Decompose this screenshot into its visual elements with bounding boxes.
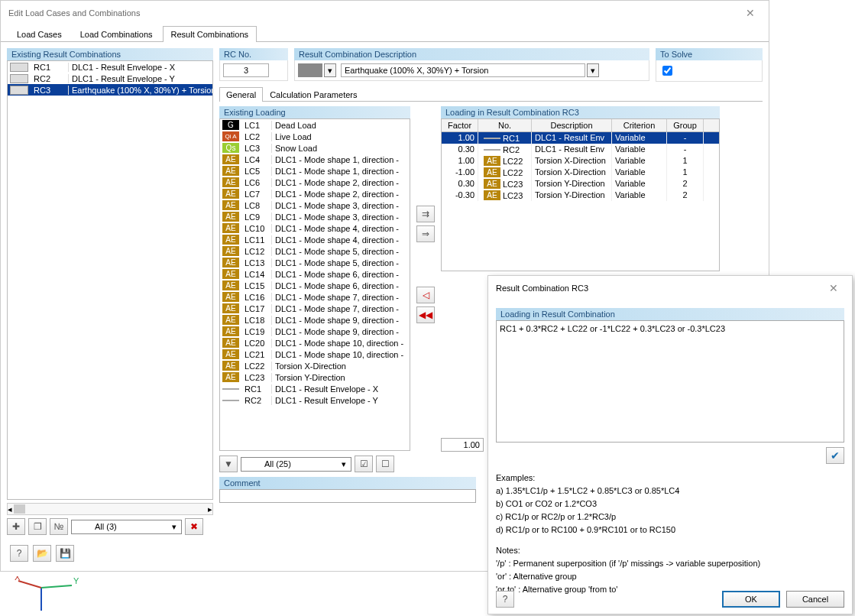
- copy-icon[interactable]: ❐: [28, 518, 47, 535]
- add-multi-icon[interactable]: ⇉: [416, 206, 435, 222]
- col-group: Group: [667, 119, 704, 131]
- loading-item[interactable]: AELC20DLC1 - Mode shape 10, direction -: [220, 337, 410, 349]
- rc-row[interactable]: -0.30AELC23Torsion Y-DirectionVariable2: [442, 190, 719, 201]
- example-b: b) CO1 or CO2 or 1.2*CO3: [496, 498, 844, 511]
- filter-icon[interactable]: ▼: [219, 456, 238, 472]
- top-tabs: Load Cases Load Combinations Result Comb…: [1, 25, 769, 42]
- popup-loading-head: Loading in Result Combination: [496, 308, 844, 320]
- add-icon[interactable]: ⇒: [416, 225, 435, 242]
- rc-row[interactable]: 0.30RC2DLC1 - Result EnvVariable-: [442, 144, 719, 155]
- solve-checkbox[interactable]: [662, 66, 672, 76]
- rc-row[interactable]: 1.00AELC22Torsion X-DirectionVariable1: [442, 155, 719, 167]
- col-desc: Description: [532, 119, 612, 131]
- loading-item[interactable]: RC2DLC1 - Result Envelope - Y: [220, 394, 410, 406]
- svg-text:Y: Y: [73, 576, 79, 585]
- tab-calc-params[interactable]: Calculation Parameters: [263, 87, 364, 102]
- tab-general[interactable]: General: [219, 87, 263, 102]
- remove-icon[interactable]: ◁: [416, 287, 435, 303]
- loading-item[interactable]: GLC1Dead Load: [220, 119, 410, 131]
- loading-item[interactable]: AELC19DLC1 - Mode shape 9, direction -: [220, 326, 410, 337]
- loading-item[interactable]: AELC7DLC1 - Mode shape 2, direction -: [220, 188, 410, 199]
- popup-title: Result Combination RC3: [496, 284, 588, 293]
- notes-label: Notes:: [496, 544, 844, 557]
- rc-loading-head: Loading in Result Combination RC3: [441, 106, 720, 118]
- ok-button[interactable]: OK: [722, 591, 780, 608]
- desc-label: Result Combination Description: [294, 48, 649, 60]
- loading-item[interactable]: AELC22Torsion X-Direction: [220, 360, 410, 371]
- loading-item[interactable]: AELC5DLC1 - Mode shape 1, direction -: [220, 165, 410, 177]
- rc-item-2[interactable]: RC2DLC1 - Result Envelope - Y: [8, 73, 212, 84]
- svg-line-1: [18, 581, 41, 588]
- loading-item[interactable]: AELC6DLC1 - Mode shape 2, direction -: [220, 177, 410, 188]
- renumber-icon[interactable]: №: [50, 518, 68, 535]
- loading-item[interactable]: AELC15DLC1 - Mode shape 6, direction -: [220, 280, 410, 291]
- save-icon[interactable]: 💾: [56, 545, 74, 562]
- col-no: No.: [478, 119, 532, 131]
- loading-item[interactable]: AELC10DLC1 - Mode shape 4, direction -: [220, 222, 410, 234]
- loading-item[interactable]: AELC11DLC1 - Mode shape 4, direction -: [220, 234, 410, 245]
- rc-loading-table[interactable]: Factor No. Description Criterion Group 1…: [441, 118, 720, 271]
- desc-dropdown-icon[interactable]: ▾: [587, 63, 599, 77]
- loading-item[interactable]: AELC23Torsion Y-Direction: [220, 371, 410, 383]
- existing-rc-head: Existing Result Combinations: [7, 48, 213, 60]
- rc-row[interactable]: -1.00AELC22Torsion X-DirectionVariable1: [442, 167, 719, 178]
- example-c: c) RC1/p or RC2/p or 1.2*RC3/p: [496, 511, 844, 524]
- rc-item-1[interactable]: RC1DLC1 - Result Envelope - X: [8, 61, 212, 73]
- color-dropdown-icon[interactable]: ▾: [324, 63, 336, 77]
- existing-loading-list[interactable]: GLC1Dead LoadQi ALC2Live LoadQsLC3Snow L…: [219, 118, 410, 451]
- loading-item[interactable]: AELC18DLC1 - Mode shape 9, direction -: [220, 314, 410, 326]
- loading-item[interactable]: AELC16DLC1 - Mode shape 7, direction -: [220, 291, 410, 303]
- loading-item[interactable]: AELC21DLC1 - Mode shape 10, direction -: [220, 349, 410, 360]
- example-a: a) 1.35*LC1/p + 1.5*LC2 + 0.85*LC3 or 0.…: [496, 485, 844, 498]
- loading-item[interactable]: AELC4DLC1 - Mode shape 1, direction -: [220, 154, 410, 165]
- loading-item[interactable]: Qi ALC2Live Load: [220, 131, 410, 142]
- comment-input[interactable]: [219, 489, 476, 503]
- loading-item[interactable]: RC1DLC1 - Result Envelope - X: [220, 383, 410, 394]
- loading-item[interactable]: AELC9DLC1 - Mode shape 3, direction -: [220, 211, 410, 222]
- note-2: 'or' : Alternative group: [496, 570, 844, 583]
- color-swatch[interactable]: [298, 63, 322, 77]
- rc-row[interactable]: 1.00RC1DLC1 - Result EnvVariable-: [442, 132, 719, 144]
- loading-item[interactable]: QsLC3Snow Load: [220, 142, 410, 154]
- delete-icon[interactable]: ✖: [185, 518, 203, 535]
- h-scrollbar[interactable]: ◂▸: [7, 503, 213, 515]
- col-factor: Factor: [442, 119, 478, 131]
- rcno-input[interactable]: [223, 63, 269, 77]
- tab-load-combinations[interactable]: Load Combinations: [72, 26, 161, 42]
- popup-formula-input[interactable]: [496, 320, 844, 443]
- svg-text:X: X: [15, 576, 21, 582]
- solve-label: To Solve: [656, 48, 763, 60]
- help-icon[interactable]: ?: [10, 545, 28, 562]
- note-1: '/p' : Permanent superposition (if '/p' …: [496, 557, 844, 570]
- loading-item[interactable]: AELC13DLC1 - Mode shape 5, direction -: [220, 257, 410, 268]
- loading-item[interactable]: AELC17DLC1 - Mode shape 7, direction -: [220, 303, 410, 314]
- desc-input[interactable]: [341, 63, 585, 77]
- loading-item[interactable]: AELC8DLC1 - Mode shape 3, direction -: [220, 199, 410, 211]
- popup-close-icon[interactable]: ✕: [823, 280, 844, 296]
- loading-item[interactable]: AELC14DLC1 - Mode shape 6, direction -: [220, 268, 410, 280]
- loading-filter-select[interactable]: All (25)▾: [241, 457, 351, 472]
- tab-result-combinations[interactable]: Result Combinations: [163, 26, 257, 42]
- tab-load-cases[interactable]: Load Cases: [8, 26, 70, 42]
- factor-input[interactable]: [441, 438, 484, 452]
- comment-label: Comment: [219, 477, 476, 489]
- col-criterion: Criterion: [612, 119, 667, 131]
- rcno-label: RC No.: [219, 48, 288, 60]
- rc-row[interactable]: 0.30AELC23Torsion Y-DirectionVariable2: [442, 178, 719, 190]
- validate-icon[interactable]: ✔: [826, 447, 844, 464]
- loading-item[interactable]: AELC12DLC1 - Mode shape 5, direction -: [220, 245, 410, 257]
- remove-all-icon[interactable]: ◀◀: [416, 306, 435, 323]
- new-icon[interactable]: ✚: [7, 518, 25, 535]
- select-none-icon[interactable]: ☐: [376, 456, 394, 472]
- popup-help-icon[interactable]: ?: [496, 591, 514, 608]
- existing-rc-list[interactable]: RC1DLC1 - Result Envelope - X RC2DLC1 - …: [7, 60, 213, 500]
- rc-item-3[interactable]: RC3Earthquake (100% X, 30%Y) + Torsion: [8, 84, 212, 96]
- close-icon[interactable]: ✕: [740, 5, 761, 21]
- select-all-icon[interactable]: ☑: [355, 456, 373, 472]
- svg-line-2: [41, 585, 72, 588]
- import-icon[interactable]: 📂: [33, 545, 51, 562]
- filter-all-select[interactable]: All (3)▾: [71, 520, 182, 534]
- popup-window: Result Combination RC3 ✕ Loading in Resu…: [487, 275, 853, 614]
- cancel-button[interactable]: Cancel: [786, 591, 844, 608]
- titlebar: Edit Load Cases and Combinations ✕: [1, 1, 769, 25]
